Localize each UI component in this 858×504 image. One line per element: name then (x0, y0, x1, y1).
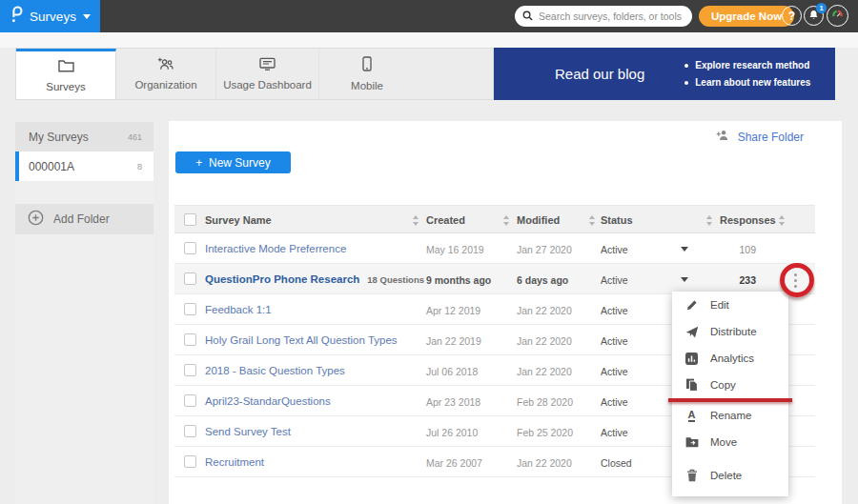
product-switcher[interactable]: Surveys (0, 0, 100, 32)
tab-label: Surveys (46, 81, 86, 92)
pencil-icon (684, 299, 699, 312)
sort-icon[interactable] (706, 215, 713, 226)
menu-item-edit[interactable]: Edit (672, 292, 788, 318)
header-created[interactable]: Created (426, 214, 465, 226)
menu-item-rename[interactable]: A Rename (672, 402, 788, 429)
read-our-blog-banner[interactable]: Read our blog Explore research method Le… (494, 48, 835, 100)
row-checkbox[interactable] (184, 333, 196, 346)
header-survey-name[interactable]: Survey Name (205, 214, 272, 226)
select-all-checkbox[interactable] (184, 213, 196, 226)
banner-bullet: Explore research method (684, 60, 810, 71)
status-dropdown-caret[interactable] (681, 277, 688, 282)
modified-cell: Feb 25 2020 (517, 427, 573, 438)
status-cell: Active (601, 305, 628, 316)
tab-label: Organization (134, 79, 196, 91)
new-survey-button[interactable]: + New Survey (175, 151, 291, 173)
survey-name-link[interactable]: Send Survey Test (205, 426, 291, 437)
help-button[interactable]: ? (782, 6, 802, 26)
move-folder-icon (684, 436, 699, 448)
header-status[interactable]: Status (601, 214, 633, 226)
responses-cell: 109 (708, 244, 756, 255)
account-gauge-button[interactable] (827, 5, 848, 27)
row-checkbox[interactable] (184, 272, 196, 285)
tab-mobile[interactable]: Mobile (319, 49, 415, 99)
modified-cell: Feb 28 2020 (517, 396, 573, 408)
question-count-badge: 18 Questions (367, 274, 424, 285)
plus-icon: + (195, 156, 202, 170)
global-search[interactable] (515, 6, 692, 27)
gauge-icon (830, 7, 845, 25)
circle-plus-icon (28, 210, 44, 230)
search-icon (522, 8, 533, 25)
folders-sidebar: My Surveys 461 000001A 8 Add Folder (15, 122, 153, 504)
survey-name-link[interactable]: Holy Grail Long Text All Question Types (205, 334, 398, 346)
survey-name-link[interactable]: 2018 - Basic Question Types (205, 365, 345, 376)
row-checkbox[interactable] (184, 394, 196, 407)
upgrade-now-button[interactable]: Upgrade Now (699, 6, 794, 27)
tab-usage-dashboard[interactable]: Usage Dashboard (216, 49, 319, 99)
menu-item-distribute[interactable]: Distribute (672, 318, 788, 345)
menu-item-label: Edit (710, 299, 729, 311)
top-bar: Surveys Upgrade Now ? 1 (0, 0, 858, 32)
status-cell: Closed (601, 457, 632, 469)
brand-label: Surveys (30, 10, 76, 24)
search-input[interactable] (539, 10, 684, 22)
created-cell: Mar 26 2007 (426, 457, 482, 469)
tab-label: Mobile (351, 80, 383, 91)
table-row[interactable]: Interactive Mode Preferrence May 16 2019… (174, 233, 815, 264)
header-modified[interactable]: Modified (517, 214, 560, 226)
survey-name-link[interactable]: Recruitment (205, 456, 264, 468)
table-header: Survey Name Created Modified Status Resp… (174, 205, 815, 233)
modified-cell: Jan 27 2020 (517, 244, 572, 255)
add-folder-button[interactable]: Add Folder (15, 204, 153, 234)
menu-item-label: Analytics (710, 353, 754, 364)
bullet-dot-icon (684, 64, 688, 68)
status-dropdown-caret[interactable] (681, 247, 688, 252)
tab-organization[interactable]: Organization (116, 49, 216, 99)
sort-icon[interactable] (413, 215, 419, 226)
status-cell: Active (601, 244, 628, 255)
banner-title: Read our blog (555, 66, 644, 82)
sidebar-item-my-surveys[interactable]: My Surveys 461 (15, 122, 153, 151)
row-checkbox[interactable] (184, 364, 196, 376)
status-cell: Active (601, 396, 628, 408)
responses-cell: 233 (708, 274, 756, 286)
folder-count: 8 (137, 162, 142, 171)
notification-badge: 1 (816, 3, 827, 13)
sort-icon[interactable] (589, 215, 596, 226)
modified-cell: Jan 22 2020 (517, 335, 572, 347)
menu-item-analytics[interactable]: Analytics (672, 345, 788, 372)
sort-icon[interactable] (779, 215, 786, 226)
sort-icon[interactable] (503, 215, 510, 226)
row-checkbox[interactable] (184, 425, 196, 437)
header-responses[interactable]: Responses (720, 214, 776, 226)
tab-surveys[interactable]: Surveys (16, 49, 116, 99)
row-checkbox[interactable] (184, 303, 196, 315)
notifications-button[interactable]: 1 (804, 6, 824, 26)
survey-name-link[interactable]: April23-StandarQuestions (205, 395, 331, 407)
add-people-icon (157, 57, 174, 74)
survey-name-link[interactable]: Interactive Mode Preferrence (205, 243, 346, 254)
bullet-text: Explore research method (695, 60, 809, 71)
row-checkbox[interactable] (184, 242, 196, 254)
row-checkbox[interactable] (184, 455, 196, 468)
send-icon (684, 326, 699, 338)
menu-item-label: Copy (710, 379, 736, 391)
sidebar-item-000001A[interactable]: 000001A 8 (15, 151, 153, 181)
created-cell: 9 months ago (426, 274, 491, 286)
survey-name-link[interactable]: QuestionPro Phone Research18 Questions (205, 273, 424, 285)
created-cell: Jul 06 2018 (426, 366, 478, 377)
banner-bullet: Learn about new features (684, 77, 810, 88)
status-cell: Active (601, 366, 628, 377)
folder-label: 000001A (29, 160, 74, 173)
menu-item-label: Move (710, 436, 737, 448)
modified-cell: Jan 22 2020 (517, 305, 572, 316)
menu-item-delete[interactable]: Delete (672, 462, 788, 489)
menu-item-copy[interactable]: Copy (672, 372, 788, 398)
trash-icon (684, 469, 699, 482)
table-row-questionpro-phone-research[interactable]: QuestionPro Phone Research18 Questions 9… (174, 264, 815, 294)
survey-name-link[interactable]: Feedback 1:1 (205, 304, 272, 315)
kebab-menu-icon[interactable] (794, 273, 797, 291)
menu-item-move[interactable]: Move (672, 429, 788, 455)
share-folder-link[interactable]: Share Folder (716, 130, 804, 144)
